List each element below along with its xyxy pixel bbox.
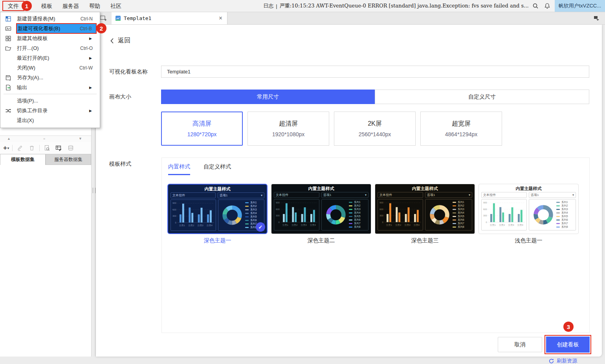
file-menu-item-save-as[interactable]: 另存为(A)...: [0, 73, 100, 82]
template-other-icon: [0, 35, 16, 42]
theme-list: 内置主题样式文本控件选项1▾0300600900分类1分类2分类3分类4系列1系…: [167, 184, 579, 244]
file-menu-item-new-dashboard[interactable]: 新建可视化看板(B)Ctrl-B: [0, 24, 100, 33]
menu-bar: 文件模板服务器帮助社区 日志 | 严重:10:15:23 AWT-EventQu…: [0, 0, 605, 12]
menu-item-file[interactable]: 文件: [2, 1, 24, 11]
svg-text:900: 900: [483, 202, 488, 204]
svg-text:600: 600: [276, 208, 280, 210]
theme-card-dark-2[interactable]: 内置主题样式文本控件选项1▾0300600900分类1分类2分类3分类4系列1系…: [271, 184, 371, 244]
size-card-2k[interactable]: 2K屏2560*1440px: [334, 112, 416, 146]
file-menu-item-switch-workdir[interactable]: 切换工作目录▶: [0, 106, 100, 115]
menu-item-server[interactable]: 服务器: [57, 0, 84, 12]
size-tab-common-size[interactable]: 常用尺寸: [161, 90, 375, 104]
file-menu-item-close[interactable]: 关闭(W)Ctrl-W: [0, 63, 100, 73]
text-widget-preview: 文本控件: [274, 192, 319, 198]
dropdown-value: 选项1: [220, 193, 227, 198]
tab-list-icon[interactable]: [592, 14, 601, 22]
file-menu-item-body: 关闭(W)Ctrl-W: [16, 63, 97, 73]
canvas-size-tabs: 常用尺寸自定义尺寸: [161, 90, 589, 104]
theme-card-light-1[interactable]: 内置主题样式文本控件选项1▾0300600900分类1分类2分类3分类4系列1系…: [478, 184, 579, 244]
refresh-resources-button[interactable]: 刷新资源: [548, 357, 577, 364]
cancel-button[interactable]: 取消: [498, 337, 542, 352]
file-menu-item-export[interactable]: 输出▶: [0, 82, 100, 92]
create-dashboard-button[interactable]: 创建看板: [546, 337, 590, 353]
svg-text:分类2: 分类2: [395, 224, 401, 226]
file-menu-item-body: 新建普通报表(M)Ctrl-N: [16, 14, 97, 24]
menu-item-template[interactable]: 模板: [36, 0, 57, 12]
size-card-hd[interactable]: 高清屏1280*720px: [161, 112, 243, 146]
user-account-chip[interactable]: 帆软用户txVZCC...: [555, 0, 605, 12]
svg-text:分类2: 分类2: [188, 224, 194, 227]
error-message: 严重:10:15:23 AWT-EventQueue-0 ERROR [stan…: [280, 2, 529, 9]
delete-dataset-icon[interactable]: [28, 144, 36, 152]
bar-chart-preview: 0300600900分类1分类2分类3分类4: [170, 199, 216, 231]
svg-text:系列8: 系列8: [561, 225, 568, 228]
search-icon[interactable]: [530, 0, 541, 12]
file-menu-item-new-other-template[interactable]: 新建其他模板▶: [0, 33, 100, 43]
database-icon[interactable]: [66, 144, 75, 152]
add-dataset-button[interactable]: +▾: [3, 144, 9, 152]
theme-preview-light-1: 内置主题样式文本控件选项1▾0300600900分类1分类2分类3分类4系列1系…: [478, 184, 579, 234]
svg-text:分类4: 分类4: [310, 224, 316, 226]
theme-widgets-row: 文本控件选项1▾: [378, 192, 472, 198]
svg-text:系列5: 系列5: [250, 215, 257, 218]
tab-close-icon[interactable]: ×: [219, 15, 222, 22]
shortcut-label: Ctrl-N: [81, 16, 97, 22]
size-card-title: 高清屏: [192, 120, 211, 128]
svg-text:系列8: 系列8: [458, 225, 464, 228]
collapse-up-icon[interactable]: ▲: [7, 137, 11, 141]
theme-preview-dark-2: 内置主题样式文本控件选项1▾0300600900分类1分类2分类3分类4系列1系…: [271, 184, 371, 234]
tab-template1[interactable]: Template1 ×: [112, 12, 227, 24]
svg-text:系列1: 系列1: [458, 201, 464, 203]
sidebar-tab-template-datasets[interactable]: 模板数据集: [0, 154, 46, 165]
svg-text:分类4: 分类4: [517, 224, 524, 226]
bar-chart-preview: 0300600900分类1分类2分类3分类4: [481, 199, 527, 230]
menu-item-help[interactable]: 帮助: [84, 0, 105, 12]
file-menu-item-open[interactable]: 打开...(O)Ctrl-O: [0, 43, 100, 53]
size-card-uhd[interactable]: 超清屏1920*1080px: [248, 112, 329, 146]
file-menu-item-exit[interactable]: 退出(X): [0, 115, 100, 125]
back-button[interactable]: 返回: [110, 37, 130, 45]
theme-widgets-row: 文本控件选项1▾: [274, 192, 368, 198]
file-menu-item-body: 切换工作目录▶: [16, 106, 97, 115]
splitter-grip[interactable]: [93, 188, 95, 193]
svg-text:系列6: 系列6: [354, 218, 361, 221]
dropdown-value: 选项1: [427, 192, 435, 198]
shortcut-label: Ctrl-O: [80, 46, 97, 51]
file-menu-item-options[interactable]: 选项(P)...: [0, 96, 100, 106]
file-menu-item-label: 新建其他模板: [17, 35, 48, 42]
theme-card-dark-3[interactable]: 内置主题样式文本控件选项1▾0300600900分类1分类2分类3分类4系列1系…: [375, 184, 475, 244]
collapse-down-icon[interactable]: ▼: [79, 137, 82, 141]
theme-preview-title: 内置主题样式: [273, 186, 369, 192]
size-card-ultrawide[interactable]: 超宽屏4864*1294px: [420, 112, 502, 146]
size-card-resolution: 1280*720px: [187, 131, 217, 137]
style-tab-custom-style[interactable]: 自定义样式: [204, 163, 231, 175]
svg-text:系列5: 系列5: [561, 215, 568, 218]
svg-text:系列1: 系列1: [354, 201, 361, 203]
log-button[interactable]: 日志: [263, 2, 273, 9]
create-button-annotation-box: 创建看板: [544, 335, 591, 354]
submenu-arrow-icon: ▶: [89, 56, 97, 60]
dashboard-name-input[interactable]: [161, 66, 589, 78]
toolbar-divider: [12, 145, 13, 151]
edit-dataset-icon[interactable]: [16, 144, 24, 152]
template-file-icon: [116, 16, 121, 21]
svg-text:系列4: 系列4: [250, 212, 257, 214]
preview-dataset-icon[interactable]: [43, 144, 51, 152]
edit-table-icon[interactable]: [55, 144, 63, 152]
file-menu-item-new-report[interactable]: 新建普通报表(M)Ctrl-N: [0, 14, 100, 24]
submenu-arrow-icon: ▶: [89, 37, 97, 40]
theme-name-label: 深色主题一: [204, 237, 231, 244]
style-tab-builtin-style[interactable]: 内置样式: [168, 163, 190, 175]
svg-text:系列1: 系列1: [561, 201, 568, 203]
menu-item-community[interactable]: 社区: [105, 0, 126, 12]
sidebar-tab-server-datasets[interactable]: 服务器数据集: [46, 154, 91, 165]
splitter-handle-icon[interactable]: =: [43, 137, 45, 141]
notification-bell-icon[interactable]: [542, 0, 552, 12]
file-menu-item-body: 打开...(O)Ctrl-O: [16, 43, 97, 53]
file-menu-item-recent[interactable]: 最近打开的(E)▶: [0, 53, 100, 63]
text-widget-preview: 文本控件: [170, 192, 216, 198]
svg-text:系列4: 系列4: [458, 211, 464, 214]
svg-text:系列3: 系列3: [250, 208, 257, 211]
size-tab-custom-size[interactable]: 自定义尺寸: [375, 90, 589, 104]
theme-card-dark-1[interactable]: 内置主题样式文本控件选项1▾0300600900分类1分类2分类3分类4系列1系…: [167, 184, 268, 244]
